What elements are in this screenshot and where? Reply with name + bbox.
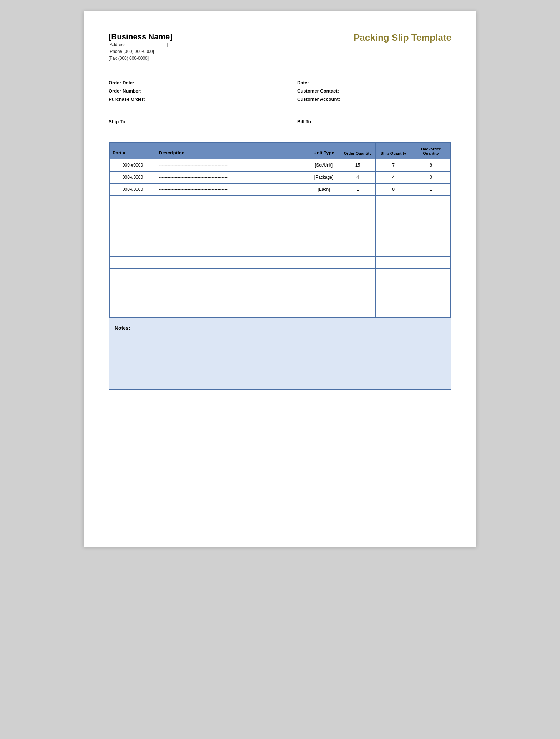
- business-info: [Business Name] [Address: --------------…: [109, 32, 172, 62]
- cell-oqty-4: [340, 208, 376, 220]
- ship-bill-section: Ship To: Bill To:: [109, 119, 451, 124]
- cell-oqty-10: [340, 281, 376, 293]
- cell-bqty-7: [411, 244, 451, 256]
- cell-desc-9: [156, 268, 308, 281]
- cell-desc-7: [156, 244, 308, 256]
- cell-bqty-4: [411, 208, 451, 220]
- order-number-label: Order Number:: [109, 88, 141, 94]
- cell-oqty-2: 1: [340, 183, 376, 195]
- cell-bqty-1: 0: [411, 171, 451, 183]
- table-row: 000-#0000-------------------------------…: [110, 159, 451, 171]
- cell-bqty-2: 1: [411, 183, 451, 195]
- customer-account-row: Customer Account:: [297, 96, 451, 102]
- table-row: [110, 244, 451, 256]
- cell-oqty-11: [340, 293, 376, 305]
- cell-unit-7: [308, 244, 340, 256]
- order-info: Order Date: Order Number: Purchase Order…: [109, 80, 451, 105]
- table-body: 000-#0000-------------------------------…: [110, 159, 451, 317]
- cell-part-4: [110, 208, 156, 220]
- cell-part-12: [110, 305, 156, 317]
- header: [Business Name] [Address: --------------…: [109, 32, 451, 62]
- cell-desc-8: [156, 256, 308, 268]
- cell-unit-2: [Each]: [308, 183, 340, 195]
- cell-bqty-3: [411, 195, 451, 208]
- cell-part-6: [110, 232, 156, 244]
- cell-desc-6: [156, 232, 308, 244]
- cell-desc-10: [156, 281, 308, 293]
- col-header-order-qty: Order Quantity: [340, 143, 376, 159]
- cell-sqty-2: 0: [376, 183, 411, 195]
- cell-unit-4: [308, 208, 340, 220]
- table-row: [110, 268, 451, 281]
- notes-label: Notes:: [115, 325, 130, 331]
- cell-desc-0: ----------------------------------------…: [156, 159, 308, 171]
- cell-unit-3: [308, 195, 340, 208]
- purchase-order-row: Purchase Order:: [109, 96, 263, 102]
- fax-line: [Fax (000) 000-0000]: [109, 55, 172, 62]
- date-row: Date:: [297, 80, 451, 85]
- cell-sqty-10: [376, 281, 411, 293]
- customer-account-label: Customer Account:: [297, 96, 340, 102]
- cell-sqty-12: [376, 305, 411, 317]
- cell-unit-12: [308, 305, 340, 317]
- col-header-ship-qty: Ship Quantity: [376, 143, 411, 159]
- phone-line: [Phone (000) 000-0000]: [109, 48, 172, 55]
- cell-oqty-9: [340, 268, 376, 281]
- cell-part-5: [110, 220, 156, 232]
- table-row: [110, 281, 451, 293]
- cell-part-10: [110, 281, 156, 293]
- table-row: [110, 293, 451, 305]
- bill-to-col: Bill To:: [297, 119, 451, 124]
- order-col-right: Date: Customer Contact: Customer Account…: [297, 80, 451, 105]
- cell-oqty-6: [340, 232, 376, 244]
- cell-part-3: [110, 195, 156, 208]
- col-header-desc: Description: [156, 143, 308, 159]
- business-name: [Business Name]: [109, 32, 172, 41]
- cell-unit-10: [308, 281, 340, 293]
- table-row: [110, 220, 451, 232]
- col-header-backorder-qty: Backorder Quantity: [411, 143, 451, 159]
- order-number-row: Order Number:: [109, 88, 263, 94]
- address-line: [Address: ---------------------------]: [109, 41, 172, 48]
- cell-sqty-8: [376, 256, 411, 268]
- cell-desc-2: ----------------------------------------…: [156, 183, 308, 195]
- table-row: 000-#0000-------------------------------…: [110, 183, 451, 195]
- cell-oqty-0: 15: [340, 159, 376, 171]
- cell-unit-5: [308, 220, 340, 232]
- cell-unit-0: [Set/Unit]: [308, 159, 340, 171]
- table-row: [110, 256, 451, 268]
- cell-bqty-0: 8: [411, 159, 451, 171]
- page-title: Packing Slip Template: [354, 32, 451, 43]
- cell-part-0: 000-#0000: [110, 159, 156, 171]
- cell-part-9: [110, 268, 156, 281]
- cell-sqty-9: [376, 268, 411, 281]
- table-row: [110, 208, 451, 220]
- cell-bqty-8: [411, 256, 451, 268]
- cell-part-7: [110, 244, 156, 256]
- cell-oqty-1: 4: [340, 171, 376, 183]
- ship-to-col: Ship To:: [109, 119, 263, 124]
- cell-desc-5: [156, 220, 308, 232]
- cell-unit-9: [308, 268, 340, 281]
- order-col-left: Order Date: Order Number: Purchase Order…: [109, 80, 263, 105]
- cell-sqty-1: 4: [376, 171, 411, 183]
- items-table: Part # Description Unit Type Order Quant…: [109, 143, 451, 317]
- cell-desc-4: [156, 208, 308, 220]
- customer-contact-row: Customer Contact:: [297, 88, 451, 94]
- table-header-row: Part # Description Unit Type Order Quant…: [110, 143, 451, 159]
- cell-desc-3: [156, 195, 308, 208]
- table-row: [110, 232, 451, 244]
- cell-sqty-4: [376, 208, 411, 220]
- table-row: 000-#0000-------------------------------…: [110, 171, 451, 183]
- cell-unit-6: [308, 232, 340, 244]
- customer-contact-label: Customer Contact:: [297, 88, 339, 94]
- cell-desc-1: ----------------------------------------…: [156, 171, 308, 183]
- bill-to-label: Bill To:: [297, 119, 312, 124]
- cell-sqty-0: 7: [376, 159, 411, 171]
- cell-desc-11: [156, 293, 308, 305]
- order-date-row: Order Date:: [109, 80, 263, 85]
- page: [Business Name] [Address: --------------…: [84, 11, 476, 547]
- cell-part-2: 000-#0000: [110, 183, 156, 195]
- cell-bqty-5: [411, 220, 451, 232]
- items-table-wrapper: Part # Description Unit Type Order Quant…: [109, 142, 451, 318]
